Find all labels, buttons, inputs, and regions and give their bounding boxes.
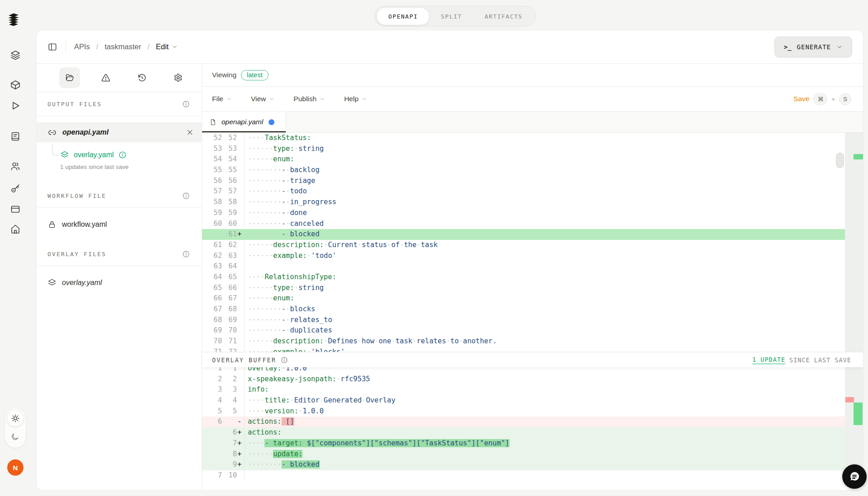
overlay-files-section: OVERLAY FILES [37,242,202,266]
code-line: 6263······example:·'todo' [202,251,845,262]
menu-publish[interactable]: Publish [293,95,325,103]
tab-openapi[interactable]: OPENAPI [377,7,429,25]
file-panel-tabs [37,64,202,92]
overlay-layers-icon [60,150,69,159]
info-icon[interactable] [281,356,288,364]
close-icon[interactable] [186,129,193,136]
menu-help[interactable]: Help [344,95,367,103]
tab-split[interactable]: SPLIT [429,8,473,25]
history-tab[interactable] [132,67,152,88]
code-line: 22x-speakeasy-jsonpath:·rfc9535 [202,374,845,385]
file-row-overlay-child[interactable]: overlay.yaml [37,149,202,161]
chevron-down-icon [226,96,232,102]
panel-toggle-icon[interactable] [47,42,57,52]
code-line: 5555········-·backlog [202,165,845,176]
breadcrumb-sep: / [147,42,150,51]
s-key-badge: S [839,93,851,105]
info-icon[interactable] [182,250,190,258]
code-line: 710 [202,470,845,481]
avatar[interactable]: N [7,459,24,476]
chevron-down-icon [320,96,325,102]
diff-overview-ruler [845,133,863,352]
code-line: 6162······description:·Current·status·of… [202,240,845,251]
code-line: 9+········-·blocked [202,459,845,470]
removed-mark [845,397,854,402]
code-line: 6566······type:·string [202,283,845,294]
menu-view[interactable]: View [251,95,274,103]
file-row-openapi[interactable]: openapi.yaml [37,122,202,142]
code-line: 6465····RelationshipType: [202,272,845,283]
home-icon[interactable] [10,224,21,234]
speakeasy-logo-icon[interactable] [7,13,20,27]
chat-widget-button[interactable] [842,464,867,489]
users-icon[interactable] [10,161,21,172]
light-mode-button[interactable] [7,410,24,427]
editor-tab-openapi[interactable]: openapi.yaml [202,112,286,132]
editor-pane: Viewing latest File View Publish Help [202,64,863,490]
tab-file-name: openapi.yaml [222,118,263,126]
code-line: 5252····TaskStatus: [202,133,845,144]
overlay-buffer-title: OVERLAY BUFFER [212,356,276,364]
dark-mode-button[interactable] [7,429,23,445]
version-badge[interactable]: latest [241,70,269,80]
info-icon[interactable] [182,192,190,200]
file-name: workflow.yaml [62,220,107,229]
docs-icon[interactable] [10,131,21,142]
added-mark [854,402,863,425]
save-button[interactable]: Save [793,95,809,103]
tab-artifacts[interactable]: ARTIFACTS [473,8,534,25]
breadcrumb-apis[interactable]: APIs [74,42,90,51]
generate-button[interactable]: >_ GENERATE [774,37,852,57]
plus-separator: + [831,96,835,103]
viewing-bar: Viewing latest [202,64,863,87]
chevron-down-icon [269,96,274,102]
main-card: APIs / taskmaster / Edit >_ GENERATE [36,30,863,491]
file-icon [209,118,217,126]
info-icon[interactable] [118,151,127,159]
file-row-workflow[interactable]: workflow.yaml [37,214,202,235]
layers-icon [47,278,57,287]
layers-icon[interactable] [10,50,21,61]
unsaved-dot-icon [269,119,274,125]
linked-icon [47,128,57,137]
api-keys-icon[interactable] [10,183,21,194]
theme-toggle [5,407,26,448]
chevron-down-icon [172,44,178,50]
run-icon[interactable] [10,100,21,111]
code-line: 6970········-·duplicates [202,325,845,336]
updates-link[interactable]: 1 UPDATE [752,356,785,364]
updates-suffix: SINCE LAST SAVE [789,356,851,364]
file-tree-panel: OUTPUT FILES openapi.yaml overlay.ya [37,64,202,490]
files-tab[interactable] [59,67,80,88]
package-icon[interactable] [10,80,21,90]
file-row-overlay[interactable]: overlay.yaml [37,272,202,293]
header-divider [66,41,66,53]
file-name: openapi.yaml [62,128,108,136]
view-mode-tabs: OPENAPI SPLIT ARTIFACTS [374,6,536,27]
code-line: 11overlay:·1.0.0 [202,367,845,374]
breadcrumb-project[interactable]: taskmaster [104,42,141,51]
updates-note: 1 updates since last save [37,164,202,170]
card-header: APIs / taskmaster / Edit >_ GENERATE [37,30,863,64]
problems-tab[interactable] [95,67,116,88]
speakeasy-editor-app: { "topbar": { "tabs": [ {"label": "OPENA… [0,0,868,496]
scrollbar-thumb[interactable] [836,153,844,168]
lock-icon [47,220,57,229]
output-files-section: OUTPUT FILES [37,92,202,116]
added-mark [854,154,863,159]
billing-icon[interactable] [10,204,21,215]
code-line: 5959········-·done [202,208,845,219]
chevron-down-icon [836,44,843,50]
tree-elbow [52,144,58,155]
settings-tab[interactable] [168,67,189,88]
code-line: 44····title:·Editor·Generated·Overlay [202,395,845,406]
breadcrumb-edit-menu[interactable]: Edit [156,42,178,51]
code-line: 7172······example:·'blocks' [202,347,845,352]
code-line: 5454······enum: [202,154,845,165]
menu-file[interactable]: File [212,95,232,103]
info-icon[interactable] [182,100,190,108]
terminal-icon: >_ [784,43,792,51]
code-line: 6869········-·relates_to [202,315,845,326]
code-line: 5353······type:·string [202,144,845,154]
diff-editor: 5252····TaskStatus:5353······type:·strin… [202,133,863,352]
